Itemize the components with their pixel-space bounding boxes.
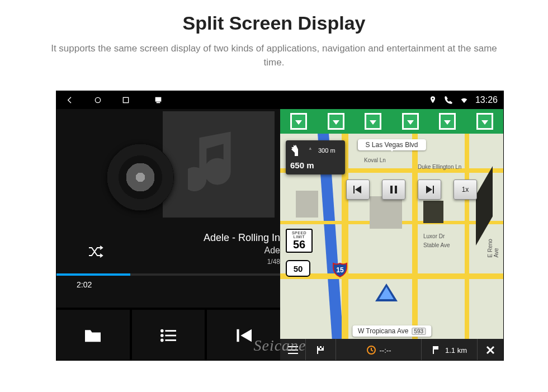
svg-rect-11 xyxy=(353,186,355,193)
vehicle-marker-icon xyxy=(374,284,399,305)
svg-point-8 xyxy=(160,339,164,342)
next-button[interactable] xyxy=(418,180,441,200)
lane-down-arrow-icon xyxy=(365,113,381,130)
lane-down-arrow-icon xyxy=(439,113,456,130)
svg-rect-18 xyxy=(288,353,298,354)
svg-point-6 xyxy=(160,334,164,337)
turn-right-small-icon xyxy=(307,147,315,154)
destination-flag-icon[interactable] xyxy=(306,339,336,361)
street-label: Duke Ellington Ln xyxy=(418,164,461,170)
svg-rect-19 xyxy=(317,346,318,354)
lane-down-arrow-icon xyxy=(476,113,493,130)
lane-down-arrow-icon xyxy=(402,113,419,130)
track-title: Adele - Rolling In xyxy=(56,232,280,244)
vinyl-record-icon xyxy=(107,144,174,211)
svg-point-4 xyxy=(160,329,164,333)
device-frame: 13:26 Adele - Rolling In Ade 1/48 2:02 xyxy=(56,91,504,361)
previous-track-button[interactable] xyxy=(207,310,280,361)
next-turn-distance: 300 m xyxy=(318,147,336,154)
building xyxy=(423,201,443,223)
status-bar: 13:26 xyxy=(56,91,503,109)
svg-rect-22 xyxy=(322,346,323,348)
home-icon[interactable] xyxy=(93,96,102,105)
page-subtitle: It supports the same screen display of t… xyxy=(45,42,503,69)
total-turn-distance: 650 m xyxy=(290,160,341,170)
svg-rect-23 xyxy=(320,348,322,350)
turn-guidance-box: 300 m 650 m xyxy=(286,140,345,174)
svg-rect-2 xyxy=(155,97,162,102)
street-label: E Reno Ave xyxy=(487,237,499,258)
music-panel: Adele - Rolling In Ade 1/48 2:02 xyxy=(56,109,280,361)
interstate-shield-icon: 15 xyxy=(332,261,348,278)
building xyxy=(476,166,493,245)
svg-rect-16 xyxy=(288,346,298,347)
eta-display: --:-- xyxy=(336,339,422,361)
building xyxy=(370,196,402,229)
svg-rect-25 xyxy=(433,346,434,354)
page-title: Split Screen Display xyxy=(0,12,548,34)
street-label: Koval Ln xyxy=(364,157,386,163)
nav-bottom-bar: --:-- 1.1 km xyxy=(280,339,503,361)
turn-left-icon xyxy=(290,144,304,157)
progress-bar[interactable] xyxy=(56,273,280,276)
svg-rect-14 xyxy=(433,186,434,193)
svg-rect-9 xyxy=(165,339,176,341)
playback-speed-button[interactable]: 1x xyxy=(453,180,477,200)
folder-button[interactable] xyxy=(56,310,132,361)
track-index: 1/48 xyxy=(267,258,280,266)
svg-rect-1 xyxy=(123,97,128,102)
navigation-panel[interactable]: Koval Ln Duke Ellington Ln ales St Luxor… xyxy=(280,109,503,361)
svg-rect-21 xyxy=(318,346,320,348)
road xyxy=(465,134,469,341)
playlist-button[interactable] xyxy=(132,310,207,361)
svg-rect-10 xyxy=(237,329,239,342)
nav-menu-button[interactable] xyxy=(280,339,306,361)
lane-guidance-bar xyxy=(280,109,503,134)
album-art-placeholder xyxy=(163,111,275,218)
flag-small-icon xyxy=(432,345,442,355)
screenshot-icon[interactable] xyxy=(154,96,163,105)
svg-rect-5 xyxy=(165,330,176,332)
location-pin-icon xyxy=(428,96,437,105)
distance-display: 1.1 km xyxy=(422,339,478,361)
svg-rect-26 xyxy=(434,346,438,350)
road xyxy=(280,273,503,279)
lane-down-arrow-icon xyxy=(328,113,344,130)
phone-icon xyxy=(444,96,453,105)
svg-rect-7 xyxy=(165,335,176,337)
recent-icon[interactable] xyxy=(121,96,130,105)
elapsed-time: 2:02 xyxy=(77,280,92,289)
map-media-controls: 1x xyxy=(346,180,477,200)
svg-rect-12 xyxy=(390,186,393,193)
speed-limit-sign: SPEED LIMIT 56 xyxy=(286,229,313,253)
signpost-label: S Las Vegas Blvd xyxy=(357,139,426,150)
street-label: Luxor Dr xyxy=(423,233,445,239)
wifi-icon xyxy=(460,96,469,105)
street-label: Stable Ave xyxy=(423,242,450,248)
clock-icon xyxy=(366,345,376,355)
lane-down-arrow-icon xyxy=(290,113,307,130)
music-toolbar xyxy=(56,308,280,361)
road xyxy=(412,134,418,341)
svg-point-0 xyxy=(95,97,100,102)
prev-button[interactable] xyxy=(346,180,370,200)
pause-button[interactable] xyxy=(382,180,405,200)
svg-rect-3 xyxy=(157,102,160,103)
clock: 13:26 xyxy=(475,95,498,105)
shuffle-icon[interactable] xyxy=(88,245,105,258)
svg-text:15: 15 xyxy=(336,266,344,274)
close-button[interactable] xyxy=(478,339,503,361)
back-icon[interactable] xyxy=(65,96,74,105)
svg-rect-13 xyxy=(395,186,397,193)
current-road-label: W Tropicana Ave 593 xyxy=(352,325,431,337)
road-number-badge: 593 xyxy=(412,328,426,335)
building xyxy=(296,191,318,218)
route-shield: 50 xyxy=(286,260,310,277)
svg-rect-17 xyxy=(288,350,298,351)
